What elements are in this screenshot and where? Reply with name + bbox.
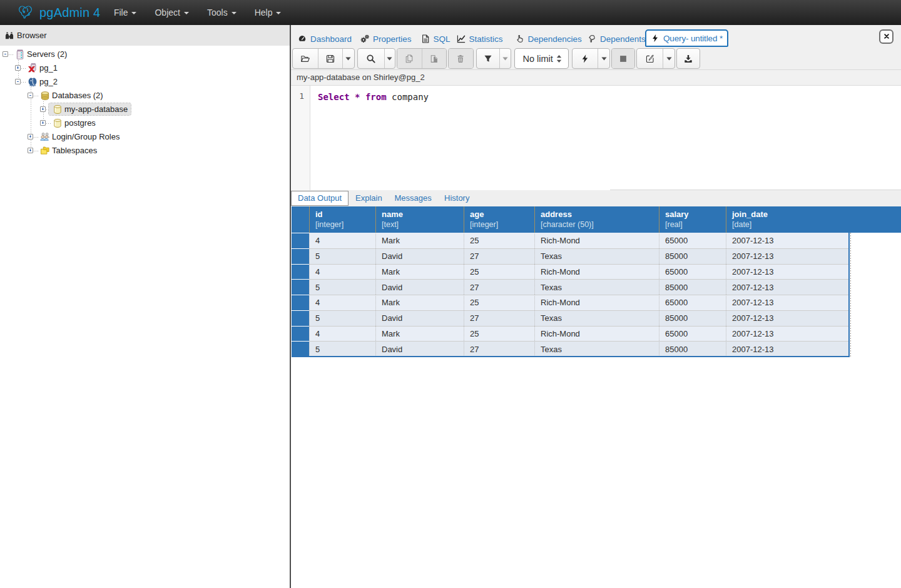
grid-cell-age[interactable]: 27 xyxy=(464,279,534,295)
grid-cell-address[interactable]: Texas xyxy=(534,279,659,295)
column-header-salary[interactable]: salary[real] xyxy=(659,206,726,233)
tree-item-postgres[interactable]: postgres xyxy=(48,116,99,129)
output-tab-data-output[interactable]: Data Output xyxy=(291,191,349,206)
tree-item-login-group-roles[interactable]: Login/Group Roles xyxy=(36,130,123,143)
column-header-id[interactable]: id[integer] xyxy=(309,206,375,233)
row-header-cell[interactable] xyxy=(292,233,309,248)
grid-cell-address[interactable]: Texas xyxy=(534,248,659,264)
tab-statistics[interactable]: Statistics xyxy=(457,31,503,47)
tab-sql[interactable]: SQL xyxy=(421,31,450,47)
column-header-name[interactable]: name[text] xyxy=(375,206,464,233)
filter-dropdown-button[interactable] xyxy=(499,49,511,68)
tree-item-my-app-database[interactable]: my-app-database xyxy=(48,103,131,116)
grid-cell-id[interactable]: 5 xyxy=(309,248,375,264)
execute-dropdown-button[interactable] xyxy=(598,49,609,68)
grid-cell-salary[interactable]: 85000 xyxy=(659,248,726,264)
filter-button[interactable] xyxy=(477,49,499,68)
tab-dependents[interactable]: Dependents xyxy=(588,31,646,47)
grid-cell-name[interactable]: Mark xyxy=(375,326,464,342)
brand[interactable]: pgAdmin 4 xyxy=(18,4,100,21)
row-header-cell[interactable] xyxy=(292,310,309,326)
grid-cell-address[interactable]: Texas xyxy=(534,341,659,357)
grid-cell-salary[interactable]: 65000 xyxy=(659,326,726,342)
expand-icon[interactable] xyxy=(28,148,33,153)
grid-cell-id[interactable]: 4 xyxy=(309,264,375,280)
execute-button[interactable] xyxy=(573,49,598,68)
grid-cell-join_date[interactable]: 2007-12-13 xyxy=(726,295,849,310)
grid-cell-age[interactable]: 27 xyxy=(464,341,534,357)
grid-cell-age[interactable]: 27 xyxy=(464,248,534,264)
sql-editor[interactable]: 1 Select * from company xyxy=(291,86,901,190)
edit-dropdown-button[interactable] xyxy=(663,49,674,68)
grid-cell-join_date[interactable]: 2007-12-13 xyxy=(726,310,849,326)
tree-item-pg-2[interactable]: pg_2 xyxy=(23,75,61,88)
grid-cell-id[interactable]: 4 xyxy=(309,326,375,342)
save-dropdown-button[interactable] xyxy=(342,49,354,68)
grid-cell-name[interactable]: David xyxy=(375,310,464,326)
column-header-address[interactable]: address[character (50)] xyxy=(534,206,659,233)
download-button[interactable] xyxy=(677,49,700,68)
expand-icon[interactable] xyxy=(40,120,46,126)
grid-cell-join_date[interactable]: 2007-12-13 xyxy=(726,264,849,280)
grid-cell-id[interactable]: 4 xyxy=(309,233,375,248)
grid-cell-join_date[interactable]: 2007-12-13 xyxy=(726,341,849,357)
output-tab-explain[interactable]: Explain xyxy=(349,191,389,206)
copy-button[interactable] xyxy=(397,49,422,68)
grid-cell-id[interactable]: 5 xyxy=(309,341,375,357)
menu-help[interactable]: Help xyxy=(245,0,290,25)
paste-button[interactable] xyxy=(422,49,446,68)
grid-cell-join_date[interactable]: 2007-12-13 xyxy=(726,233,849,248)
grid-cell-age[interactable]: 25 xyxy=(464,264,534,280)
menu-tools[interactable]: Tools xyxy=(198,0,245,25)
grid-cell-salary[interactable]: 85000 xyxy=(659,310,726,326)
row-header-cell[interactable] xyxy=(292,264,309,280)
stop-button[interactable] xyxy=(612,49,634,68)
grid-cell-address[interactable]: Texas xyxy=(534,310,659,326)
menu-file[interactable]: File xyxy=(104,0,146,25)
grid-cell-name[interactable]: Mark xyxy=(375,264,464,280)
grid-cell-age[interactable]: 25 xyxy=(464,326,534,342)
open-file-button[interactable] xyxy=(293,49,318,68)
grid-cell-salary[interactable]: 65000 xyxy=(659,233,726,248)
grid-corner-cell[interactable] xyxy=(292,206,309,233)
output-tab-history[interactable]: History xyxy=(438,191,476,206)
tree-item-databases-2-[interactable]: Databases (2) xyxy=(36,89,107,102)
delete-button[interactable] xyxy=(449,49,473,68)
grid-cell-id[interactable]: 4 xyxy=(309,295,375,310)
row-header-cell[interactable] xyxy=(292,279,309,295)
expand-icon[interactable] xyxy=(40,106,46,112)
edit-button[interactable] xyxy=(637,49,663,68)
find-button[interactable] xyxy=(358,49,384,68)
row-header-cell[interactable] xyxy=(292,248,309,264)
grid-cell-salary[interactable]: 65000 xyxy=(659,295,726,310)
grid-cell-address[interactable]: Rich-Mond xyxy=(534,233,659,248)
tree-item-pg-1[interactable]: pg_1 xyxy=(23,61,61,74)
row-limit-select[interactable]: No limit xyxy=(514,48,569,69)
grid-cell-salary[interactable]: 65000 xyxy=(659,264,726,280)
collapse-icon[interactable] xyxy=(3,51,8,57)
output-tab-messages[interactable]: Messages xyxy=(389,191,438,206)
grid-cell-name[interactable]: Mark xyxy=(375,295,464,310)
tab-properties[interactable]: Properties xyxy=(360,31,412,47)
tab-dashboard[interactable]: Dashboard xyxy=(298,31,352,47)
row-header-cell[interactable] xyxy=(292,326,309,342)
column-header-age[interactable]: age[integer] xyxy=(464,206,534,233)
collapse-icon[interactable] xyxy=(28,93,33,98)
grid-cell-address[interactable]: Rich-Mond xyxy=(534,326,659,342)
grid-cell-id[interactable]: 5 xyxy=(309,310,375,326)
grid-cell-join_date[interactable]: 2007-12-13 xyxy=(726,326,849,342)
grid-cell-salary[interactable]: 85000 xyxy=(659,341,726,357)
grid-cell-join_date[interactable]: 2007-12-13 xyxy=(726,279,849,295)
find-dropdown-button[interactable] xyxy=(384,49,395,68)
row-header-cell[interactable] xyxy=(292,341,309,357)
save-button[interactable] xyxy=(318,49,342,68)
row-header-cell[interactable] xyxy=(292,295,309,310)
menu-object[interactable]: Object xyxy=(146,0,198,25)
tree-item-servers-2-[interactable]: Servers (2) xyxy=(11,48,71,61)
grid-cell-age[interactable]: 25 xyxy=(464,233,534,248)
expand-icon[interactable] xyxy=(15,65,21,71)
grid-cell-address[interactable]: Rich-Mond xyxy=(534,295,659,310)
grid-cell-salary[interactable]: 85000 xyxy=(659,279,726,295)
expand-icon[interactable] xyxy=(28,134,33,139)
collapse-icon[interactable] xyxy=(15,79,21,84)
